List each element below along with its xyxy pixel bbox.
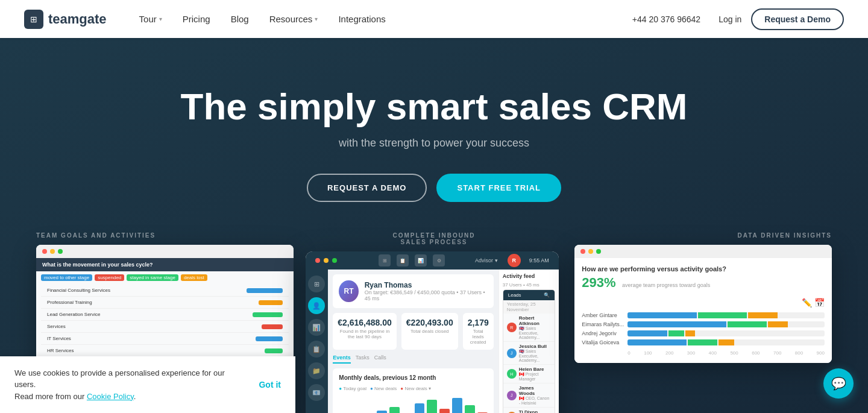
start-trial-button[interactable]: START FREE TRIAL [436, 174, 561, 202]
profile-stats: On target: €386,549 / €450,000 quota • 3… [365, 289, 488, 301]
monthly-chart: Monthly deals, previous 12 month ● Today… [333, 368, 493, 413]
cookie-accept-button[interactable]: Got it [259, 380, 281, 389]
bar-scale: 0100200300400500600700800900 [582, 350, 825, 356]
profile-card: RT Ryan Thomas On target: €386,549 / €45… [333, 274, 493, 308]
bar-name: Vitalija Goiceva [582, 339, 624, 345]
hero-buttons: REQUEST A DEMO START FREE TRIAL [181, 174, 688, 202]
phone-number: +44 20 376 96642 [632, 14, 700, 24]
sidebar-icon: 📊 [308, 319, 325, 336]
bar-track [627, 321, 825, 327]
bar-name: Eimaras Railyts... [582, 321, 624, 327]
logo-icon: ⊞ [24, 10, 43, 29]
profile-info: Ryan Thomas On target: €386,549 / €450,0… [365, 281, 488, 301]
metric-pipeline: €2,616,488.00 Found in the pipeline in t… [333, 313, 397, 350]
minimize-dot [324, 258, 329, 263]
cookie-banner: We use cookies to provide a personalised… [0, 356, 295, 414]
insights-metric: 293% average team progress toward goals [582, 275, 825, 291]
insights-group: DATA DRIVEN INSIGHTS How are we performi… [574, 232, 832, 363]
cookie-text: We use cookies to provide a personalised… [14, 367, 247, 403]
ss-row: Financial Consulting Services [41, 285, 289, 297]
inbound-screenshots: ⊞ 📋 📊 ⚙ Advisor ▾ R 9:55 AM ⊞ 👤 [306, 251, 563, 413]
bar-name: Amber Gintare [582, 312, 624, 318]
hero-section: The simply smart sales CRM with the stre… [0, 0, 868, 413]
cookie-policy-link[interactable]: Cookie Policy [87, 392, 134, 401]
nav-pricing[interactable]: Pricing [174, 9, 219, 29]
maximize-dot [332, 258, 337, 263]
metric-label: Found in the pipeline in the last 90 day… [338, 329, 392, 339]
frame-titlebar [36, 245, 294, 258]
sl-body: ⊞ 👤 📊 📋 📁 📧 RT Ryan Thomas [306, 270, 559, 413]
insights-pct: 293% [582, 275, 615, 290]
bar-row-1: Amber Gintare [582, 312, 825, 318]
inbound-group: COMPLETE INBOUND SALES PROCESS ⊞ 📋 📊 ⚙ [306, 232, 563, 413]
close-dot [580, 249, 585, 254]
bar-track [627, 339, 825, 345]
request-demo-hero-button[interactable]: REQUEST A DEMO [307, 174, 427, 202]
metric-leads: 2,179 Total leads created [463, 313, 494, 350]
insights-question: How are we performing versus activity go… [582, 265, 825, 273]
close-dot [315, 258, 320, 263]
metrics-row: €2,616,488.00 Found in the pipeline in t… [333, 313, 493, 350]
logo-text: teamgate [48, 11, 107, 27]
metric-label: Total deals closed [406, 329, 453, 334]
sidebar-icon-active: 👤 [308, 297, 325, 314]
mobile-overlay: Leads 🔍 Yesterday, 25 November R Robert … [503, 289, 555, 413]
insights-label: DATA DRIVEN INSIGHTS [574, 232, 832, 239]
ss-row: Services [41, 321, 289, 333]
inbound-label: COMPLETE INBOUND SALES PROCESS [306, 232, 563, 245]
bar-track [627, 330, 825, 336]
hero-subtitle: with the strength to power your success [181, 137, 688, 150]
metric-label: Total leads created [468, 329, 489, 345]
chart-legend: ● Today goal ● New deals ● New deals ▾ [339, 386, 487, 391]
nav-tour[interactable]: Tour ▾ [131, 9, 171, 29]
sidebar-icon: ⊞ [308, 276, 325, 292]
nav-resources[interactable]: Resources ▾ [261, 9, 327, 29]
hero-content: The simply smart sales CRM with the stre… [169, 38, 700, 232]
bar-track [627, 312, 825, 318]
metric-val: 2,179 [468, 318, 489, 327]
ss-row: Lead Generation Service [41, 309, 289, 321]
sl-titlebar: ⊞ 📋 📊 ⚙ Advisor ▾ R 9:55 AM [306, 251, 559, 270]
bar-row-2: Eimaras Railyts... [582, 321, 825, 327]
sidebar-icon: 📧 [308, 384, 325, 401]
insights-screenshot: How are we performing versus activity go… [574, 245, 832, 363]
maximize-dot [596, 249, 601, 254]
activity-header: Events Tasks Calls [333, 355, 493, 364]
metric-closed: €220,493.00 Total deals closed [401, 313, 458, 350]
sidebar-icon: 📁 [308, 362, 325, 379]
ss-row: HR Services [41, 345, 289, 357]
minimize-dot [588, 249, 593, 254]
maximize-dot [58, 249, 63, 254]
crm-main-screenshot: ⊞ 📋 📊 ⚙ Advisor ▾ R 9:55 AM ⊞ 👤 [306, 251, 559, 413]
ss-header: What is the movement in your sales cycle… [36, 258, 294, 271]
insights-controls: ✏️ 📅 [582, 298, 825, 307]
nav-links: Tour ▾ Pricing Blog Resources ▾ Integrat… [131, 9, 701, 29]
chat-button[interactable]: 💬 [823, 368, 854, 399]
metric-val: €2,616,488.00 [338, 318, 392, 327]
chart-title: Monthly deals, previous 12 month [339, 374, 487, 381]
nav-actions: Log in Request a Demo [719, 8, 844, 30]
profile-name: Ryan Thomas [365, 281, 488, 289]
request-demo-button[interactable]: Request a Demo [751, 8, 844, 30]
bar-name: Andrej Jegoriv [582, 330, 624, 336]
chevron-down-icon: ▾ [315, 16, 318, 22]
frame-titlebar [574, 245, 832, 258]
close-dot [42, 249, 47, 254]
ss-row: IT Services [41, 333, 289, 345]
nav-integrations[interactable]: Integrations [330, 9, 394, 29]
logo-link[interactable]: ⊞ teamgate [24, 10, 107, 29]
insights-content: How are we performing versus activity go… [574, 258, 832, 363]
login-button[interactable]: Log in [719, 14, 741, 24]
sidebar-icon: 📋 [308, 341, 325, 358]
chart-bars [339, 394, 487, 413]
hero-title: The simply smart sales CRM [181, 86, 688, 127]
chat-icon: 💬 [831, 376, 846, 391]
bar-row-3: Andrej Jegoriv [582, 330, 825, 336]
activity-feed: Activity feed 37 Users • 45 ms Leads 🔍 Y… [498, 270, 559, 413]
insights-metric-label: average team progress toward goals [622, 282, 710, 288]
bar-row-4: Vitalija Goiceva [582, 339, 825, 345]
sl-sidebar: ⊞ 👤 📊 📋 📁 📧 [306, 270, 329, 413]
avatar: RT [339, 280, 358, 302]
metric-val: €220,493.00 [406, 318, 453, 327]
nav-blog[interactable]: Blog [222, 9, 257, 29]
